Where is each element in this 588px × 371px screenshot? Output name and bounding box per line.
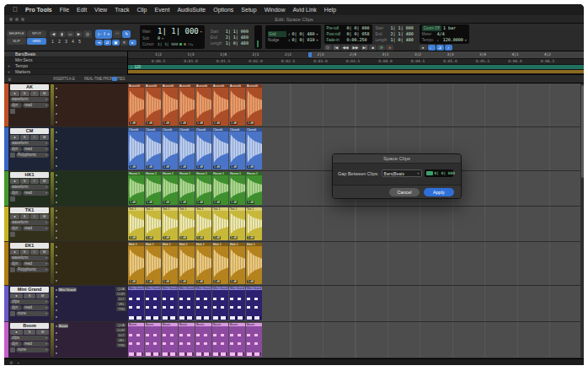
mode-button-shuffle[interactable]: SHUFFLE <box>7 30 26 37</box>
post-roll-label[interactable]: Post-roll <box>327 31 345 37</box>
extra-selector[interactable]: Polyphonic▾ <box>16 267 49 272</box>
menu-item-track[interactable]: Track <box>115 7 129 13</box>
audio-clip[interactable]: Acoustik1 dB <box>145 84 161 126</box>
insert-slot[interactable] <box>56 162 83 169</box>
column-view-icon[interactable] <box>112 77 117 81</box>
track-name[interactable]: EK1 <box>10 243 49 249</box>
automation-mode-selector[interactable]: read▾ <box>23 191 49 196</box>
trim-tool-icon[interactable]: ⊢ <box>98 31 102 37</box>
audio-clip[interactable]: House 11 dB <box>195 172 211 205</box>
mute-button[interactable]: M <box>40 91 49 96</box>
insert-slot[interactable] <box>56 315 83 320</box>
automation-mode-selector[interactable]: read▾ <box>23 305 49 310</box>
bars-beats-ruler[interactable]: 1|21|31|42|12|22|32|43|13|23|33|44|14|2 <box>128 51 584 59</box>
apply-button[interactable]: Apply <box>424 188 454 196</box>
stop-button[interactable]: ■ <box>369 45 377 51</box>
track-name[interactable]: AK <box>10 84 49 90</box>
solo-button[interactable]: S <box>24 330 36 335</box>
audio-clip[interactable]: Tek 11 dB <box>179 207 195 240</box>
insert-slot[interactable] <box>56 214 83 220</box>
insert-slot[interactable] <box>56 277 83 284</box>
nudge-value[interactable]: 0| 0| 010 <box>291 37 314 43</box>
scrollbar-thumb[interactable] <box>581 85 584 178</box>
audio-clip[interactable]: House 11 dB <box>229 172 245 205</box>
insert-slot[interactable] <box>56 234 83 240</box>
solo-button[interactable]: S <box>20 214 29 219</box>
insert-slot[interactable] <box>56 330 83 336</box>
main-counter-dropdown-icon[interactable]: ▾ <box>200 29 202 35</box>
rtp-label-dur[interactable]: DUR <box>115 292 126 296</box>
track-view-selector[interactable]: waveform▾ <box>10 185 49 190</box>
insert-plugin-name[interactable]: Boom <box>58 324 68 328</box>
audio-clip[interactable]: Tek 11 dB <box>195 207 211 240</box>
track-lane[interactable]: Mini GrandMini GrandMini GrandMini Grand… <box>128 286 584 321</box>
track-view-selector[interactable]: clips▾ <box>10 336 49 341</box>
horizontal-zoom-out-icon[interactable]: ◀ <box>50 31 57 37</box>
dialog-title[interactable]: Space Clips <box>333 154 461 164</box>
midi-zoom-icon[interactable]: ▭ <box>67 31 74 37</box>
grid-dropdown-icon[interactable]: ▾ <box>316 31 318 37</box>
record-enable-button[interactable]: ● <box>10 135 19 140</box>
audio-clip[interactable]: Tek 11 dB <box>145 207 161 240</box>
insert-slot[interactable] <box>56 186 83 191</box>
automation-mode-selector[interactable]: read▾ <box>23 147 49 152</box>
audio-zoom-icon[interactable]: ▮ <box>58 31 66 37</box>
rtp-label-vel[interactable]: VEL <box>116 302 126 306</box>
selection-start-marker-icon[interactable] <box>308 52 312 57</box>
metronome-button[interactable]: ♩ <box>428 45 436 51</box>
insert-slot[interactable] <box>56 300 83 306</box>
tempo-value[interactable]: 120.0000 <box>443 37 463 43</box>
audio-clip[interactable]: House 11 dB <box>246 172 262 205</box>
grid-label[interactable]: Grid <box>268 31 286 37</box>
post-roll-value[interactable]: 0| 0| 058 <box>347 31 370 37</box>
track-view-selector[interactable]: waveform▾ <box>10 220 49 225</box>
mode-button-spot[interactable]: SPOT <box>27 30 46 37</box>
menu-item-pro-tools[interactable]: Pro Tools <box>25 7 52 13</box>
insert-slot[interactable] <box>56 137 83 144</box>
zoom-preset-4[interactable]: 4 <box>70 39 76 45</box>
markers-ruler[interactable] <box>128 70 584 74</box>
menu-item-options[interactable]: Options <box>213 7 233 13</box>
zoom-preset-2[interactable]: 2 <box>56 39 62 45</box>
elastic-audio-icon[interactable] <box>10 267 15 272</box>
midi-clip[interactable]: Boom <box>145 323 161 357</box>
insert-slot[interactable] <box>56 101 83 109</box>
selection-end-value[interactable]: 2| 1| 480 <box>226 35 249 40</box>
midi-clip[interactable]: Mini Grand <box>162 287 178 320</box>
count-off-value[interactable]: 1 bar <box>443 25 456 31</box>
midi-clip[interactable]: Mini Grand <box>229 287 245 320</box>
nudge-note-icon[interactable]: ♪ <box>288 37 291 43</box>
track-view-selector[interactable]: waveform▾ <box>10 141 49 146</box>
insert-slot[interactable] <box>56 308 83 314</box>
patch-select-icon[interactable] <box>10 347 15 352</box>
close-window-icon[interactable] <box>9 18 13 21</box>
dyn-button[interactable]: dyn <box>10 261 22 266</box>
audio-clip[interactable]: Elek 11 dB <box>145 243 161 284</box>
audio-clip[interactable]: Acoustik1 dB <box>128 84 144 126</box>
audio-clip[interactable]: Elek 11 dB <box>195 243 211 284</box>
zoom-preset-5[interactable]: 5 <box>77 39 83 45</box>
zoom-window-icon[interactable] <box>21 18 24 21</box>
menu-item-view[interactable]: View <box>94 7 107 13</box>
dyn-button[interactable]: dyn <box>10 226 22 231</box>
sub-counter-dropdown-icon[interactable]: ▾ <box>162 35 163 41</box>
audio-clip[interactable]: Tek 11 dB <box>229 207 245 240</box>
midi-clip[interactable]: Mini Grand <box>145 287 161 320</box>
solo-button[interactable]: S <box>20 91 29 96</box>
audio-clip[interactable]: House 11 dB <box>128 172 144 205</box>
audio-clip[interactable]: House 11 dB <box>145 172 161 205</box>
smart-tool-group[interactable]: ⊢I+ <box>95 30 112 39</box>
fast-forward-button[interactable]: ▶▶ <box>350 45 360 51</box>
mode-button-grid[interactable]: GRID <box>27 38 46 45</box>
rewind-button[interactable]: ◀◀ <box>341 45 350 51</box>
insert-slot[interactable] <box>56 172 83 178</box>
extra-selector[interactable]: none▾ <box>16 311 49 316</box>
track-lane[interactable]: Tek 11 dBTek 11 dBTek 11 dBTek 11 dBTek … <box>128 207 584 241</box>
gap-units-dropdown[interactable]: Bars|Beats ▾ <box>382 169 422 177</box>
dyn-button[interactable]: dyn <box>10 103 22 108</box>
insert-slot[interactable] <box>56 128 83 136</box>
track-height-icon[interactable]: ≣ <box>9 360 13 365</box>
audio-clip[interactable]: Classik1 dB <box>212 128 228 169</box>
sub-counter-value[interactable]: 0 <box>158 35 160 41</box>
solo-button[interactable]: S <box>24 293 36 298</box>
